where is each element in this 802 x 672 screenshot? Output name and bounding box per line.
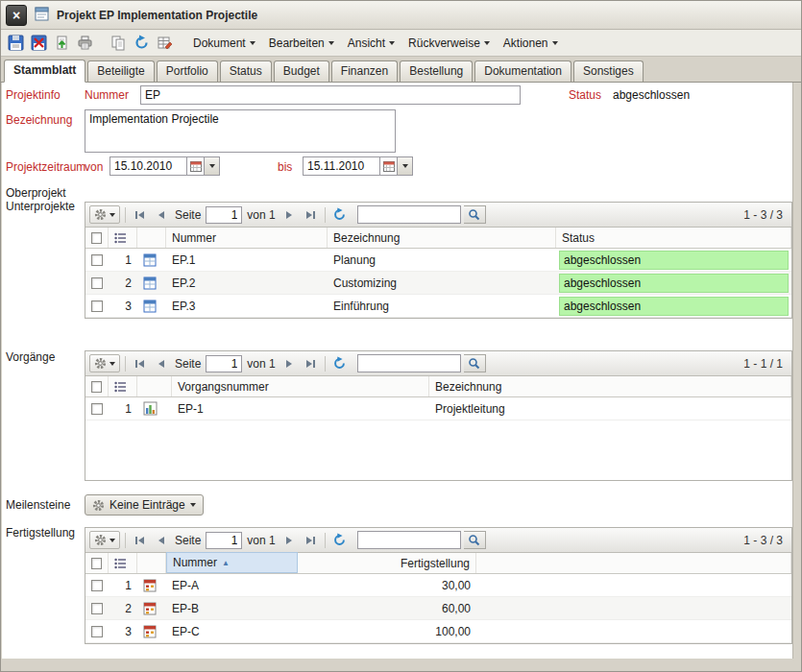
window-close-button[interactable]: × — [6, 5, 27, 26]
row-number-column-icon — [109, 376, 137, 396]
table-row[interactable]: 1 EP-A 30,00 — [85, 574, 791, 597]
column-header-nummer[interactable]: Nummer — [166, 228, 328, 248]
oberprojekt-label: Oberprojekt — [6, 186, 66, 200]
tab-sonstiges[interactable]: Sonstiges — [573, 60, 644, 82]
bis-date-input[interactable] — [303, 156, 379, 176]
grid-search-input[interactable] — [357, 354, 461, 372]
select-all-checkbox[interactable] — [91, 232, 102, 244]
table-row[interactable]: 2 EP.2 Customizing abgeschlossen — [85, 272, 791, 295]
last-page-button[interactable] — [302, 354, 320, 372]
column-header-fertigstellung[interactable]: Fertigstellung — [298, 553, 476, 573]
cell-bezeichnung: Customizing — [328, 276, 556, 290]
menu-aktionen[interactable]: Aktionen — [498, 34, 564, 53]
table-row[interactable]: 3 EP.3 Einführung abgeschlossen — [85, 295, 791, 318]
tab-beteiligte[interactable]: Beteiligte — [87, 60, 154, 82]
meilensteine-button[interactable]: Keine Einträge — [85, 494, 204, 516]
row-checkbox[interactable] — [91, 403, 103, 415]
chevron-down-icon — [109, 213, 115, 217]
table-row[interactable]: 3 EP-C 100,00 — [85, 620, 791, 643]
prev-page-button[interactable] — [152, 205, 170, 224]
delete-document-icon[interactable] — [29, 33, 49, 53]
search-button[interactable] — [464, 205, 486, 224]
unterprojekte-grid: Seite von 1 1 - 3 / 3 Nummer Bezeichnung… — [85, 202, 792, 319]
cell-fertigstellung: 100,00 — [298, 625, 476, 638]
grid-search-input[interactable] — [357, 205, 461, 224]
row-checkbox[interactable] — [91, 300, 103, 312]
cell-bezeichnung: Einführung — [328, 300, 556, 313]
nummer-label: Nummer — [85, 88, 129, 102]
status-value: abgeschlossen — [613, 88, 690, 102]
search-button[interactable] — [464, 531, 486, 549]
von-date-input[interactable] — [109, 156, 186, 176]
grid-empty-area — [85, 420, 791, 480]
tab-bestellung[interactable]: Bestellung — [400, 60, 473, 82]
date-dropdown-button[interactable] — [397, 156, 413, 176]
calendar-icon[interactable] — [186, 156, 204, 176]
menu-dokument[interactable]: Dokument — [187, 34, 261, 53]
next-page-button[interactable] — [280, 354, 299, 372]
search-button[interactable] — [464, 354, 486, 372]
edit-list-icon[interactable] — [155, 33, 175, 53]
prev-page-button[interactable] — [152, 531, 170, 549]
nummer-input[interactable] — [140, 85, 521, 105]
chevron-down-icon — [109, 539, 115, 542]
page-input[interactable] — [206, 532, 242, 549]
grid-search-input[interactable] — [357, 531, 461, 549]
meilensteine-button-label: Keine Einträge — [109, 498, 185, 512]
menu-rueckverweise[interactable]: Rückverweise — [402, 34, 496, 53]
menu-ansicht[interactable]: Ansicht — [342, 34, 401, 53]
date-dropdown-button[interactable] — [204, 156, 220, 176]
save-icon[interactable] — [6, 33, 26, 53]
bezeichnung-textarea[interactable]: Implementation Projectile — [85, 109, 396, 153]
select-all-checkbox[interactable] — [91, 381, 102, 393]
cell-nummer: EP-C — [166, 625, 298, 638]
grid-settings-button[interactable] — [89, 354, 120, 372]
row-checkbox[interactable] — [91, 580, 103, 591]
column-header-nummer-sorted[interactable]: Nummer ▲ — [166, 552, 298, 573]
tab-dokumentation[interactable]: Dokumentation — [474, 60, 571, 82]
tab-status[interactable]: Status — [220, 60, 272, 82]
column-header-status[interactable]: Status — [556, 228, 791, 248]
export-icon[interactable] — [52, 33, 72, 53]
column-header-bezeichnung[interactable]: Bezeichnung — [429, 376, 791, 396]
row-checkbox[interactable] — [91, 603, 103, 614]
bis-datefield — [303, 156, 413, 176]
first-page-button[interactable] — [131, 531, 149, 549]
tab-bar: Stammblatt Beteiligte Portfolio Status B… — [1, 57, 801, 83]
table-row[interactable]: 2 EP-B 60,00 — [85, 597, 791, 620]
copy-icon[interactable] — [109, 33, 129, 53]
page-of-label: von 1 — [245, 357, 277, 371]
grid-settings-button[interactable] — [89, 205, 120, 224]
print-icon[interactable] — [75, 33, 95, 53]
page-input[interactable] — [206, 206, 242, 224]
column-header-vorgangsnummer[interactable]: Vorgangsnummer — [172, 376, 429, 396]
refresh-icon[interactable] — [330, 354, 349, 372]
refresh-icon[interactable] — [330, 205, 349, 224]
refresh-document-icon[interactable] — [132, 33, 152, 53]
tab-budget[interactable]: Budget — [274, 60, 329, 82]
row-checkbox[interactable] — [91, 254, 103, 266]
grid-settings-button[interactable] — [89, 531, 120, 549]
tab-finanzen[interactable]: Finanzen — [331, 60, 398, 82]
tab-stammblatt[interactable]: Stammblatt — [4, 60, 85, 83]
refresh-icon[interactable] — [330, 531, 349, 549]
last-page-button[interactable] — [302, 205, 320, 224]
menu-bearbeiten[interactable]: Bearbeiten — [263, 34, 340, 53]
gear-icon — [94, 534, 107, 546]
calendar-icon[interactable] — [379, 156, 397, 176]
next-page-button[interactable] — [280, 205, 299, 224]
table-row[interactable]: 1 EP-1 Projektleitung — [85, 397, 791, 420]
first-page-button[interactable] — [131, 205, 149, 224]
column-header-bezeichnung[interactable]: Bezeichnung — [328, 228, 556, 248]
row-checkbox[interactable] — [91, 277, 103, 289]
first-page-button[interactable] — [131, 354, 149, 372]
window-bottom-frame — [1, 659, 801, 671]
table-row[interactable]: 1 EP.1 Planung abgeschlossen — [85, 249, 791, 272]
tab-portfolio[interactable]: Portfolio — [157, 60, 218, 82]
prev-page-button[interactable] — [152, 354, 170, 372]
page-input[interactable] — [206, 355, 242, 372]
row-checkbox[interactable] — [91, 626, 103, 637]
next-page-button[interactable] — [280, 531, 299, 549]
last-page-button[interactable] — [302, 531, 320, 549]
select-all-checkbox[interactable] — [91, 558, 102, 569]
